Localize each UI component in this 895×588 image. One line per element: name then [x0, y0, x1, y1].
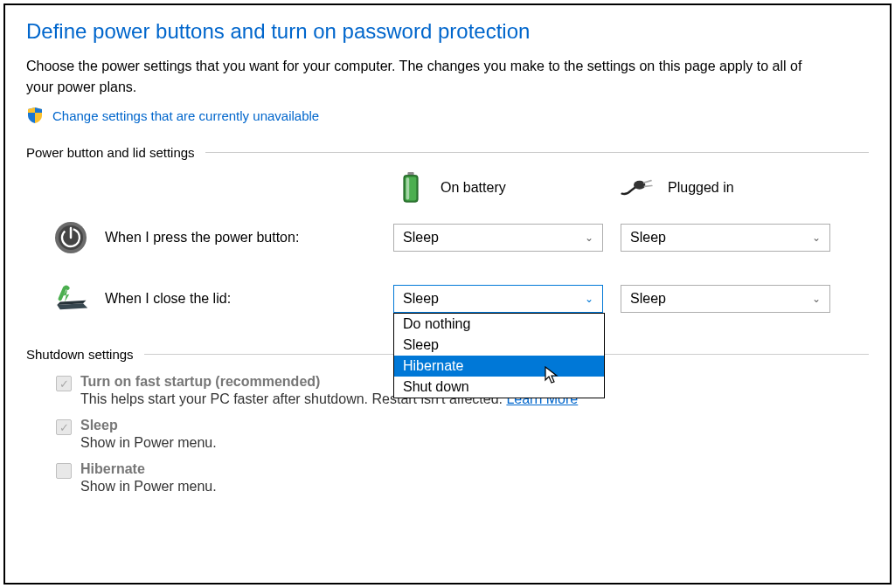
sleep-desc: Show in Power menu.: [80, 435, 869, 451]
chevron-down-icon: ⌄: [585, 293, 593, 305]
divider: [205, 152, 869, 153]
page-description: Choose the power settings that you want …: [26, 56, 830, 98]
power-button-battery-dropdown[interactable]: Sleep ⌄: [393, 224, 603, 252]
change-settings-link[interactable]: Change settings that are currently unava…: [52, 108, 319, 123]
sleep-title: Sleep: [80, 418, 869, 433]
dropdown-option-shut-down[interactable]: Shut down: [394, 377, 604, 398]
svg-line-6: [645, 186, 652, 187]
col-battery-label: On battery: [441, 180, 506, 196]
page-title: Define power buttons and turn on passwor…: [26, 19, 869, 44]
hibernate-title: Hibernate: [80, 461, 869, 477]
dropdown-value: Sleep: [630, 291, 666, 307]
laptop-lid-icon: [52, 280, 89, 317]
fast-startup-checkbox[interactable]: ✓: [56, 376, 72, 391]
uac-shield-icon: [26, 107, 44, 124]
dropdown-option-hibernate[interactable]: Hibernate: [394, 356, 604, 377]
dropdown-value: Sleep: [630, 230, 666, 246]
battery-icon: [393, 172, 428, 204]
dropdown-list: Do nothing Sleep Hibernate Shut down: [393, 313, 605, 398]
power-options-panel: Define power buttons and turn on passwor…: [3, 3, 892, 585]
power-button-label: When I press the power button:: [105, 230, 299, 246]
chevron-down-icon: ⌄: [812, 293, 821, 305]
close-lid-label: When I close the lid:: [105, 291, 231, 307]
svg-rect-0: [407, 172, 413, 176]
section-shutdown-label: Shutdown settings: [26, 347, 134, 362]
svg-rect-3: [406, 177, 410, 199]
dropdown-value: Sleep: [403, 230, 439, 246]
sleep-checkbox[interactable]: ✓: [56, 419, 72, 435]
svg-point-4: [634, 181, 645, 190]
dropdown-value: Sleep: [403, 291, 439, 307]
chevron-down-icon: ⌄: [585, 232, 593, 244]
close-lid-plugged-dropdown[interactable]: Sleep ⌄: [621, 285, 830, 313]
plug-icon: [621, 172, 656, 204]
chevron-down-icon: ⌄: [812, 232, 821, 244]
section-power-lid-label: Power button and lid settings: [26, 145, 195, 160]
hibernate-desc: Show in Power menu.: [80, 479, 869, 495]
dropdown-option-do-nothing[interactable]: Do nothing: [394, 314, 604, 335]
col-plugged-label: Plugged in: [668, 180, 734, 196]
dropdown-option-sleep[interactable]: Sleep: [394, 335, 604, 356]
svg-line-5: [644, 181, 651, 183]
power-button-plugged-dropdown[interactable]: Sleep ⌄: [621, 224, 830, 252]
power-button-icon: [52, 219, 89, 256]
hibernate-checkbox[interactable]: [56, 463, 72, 479]
close-lid-battery-dropdown[interactable]: Sleep ⌄ Do nothing Sleep Hibernate Shut …: [393, 285, 603, 313]
